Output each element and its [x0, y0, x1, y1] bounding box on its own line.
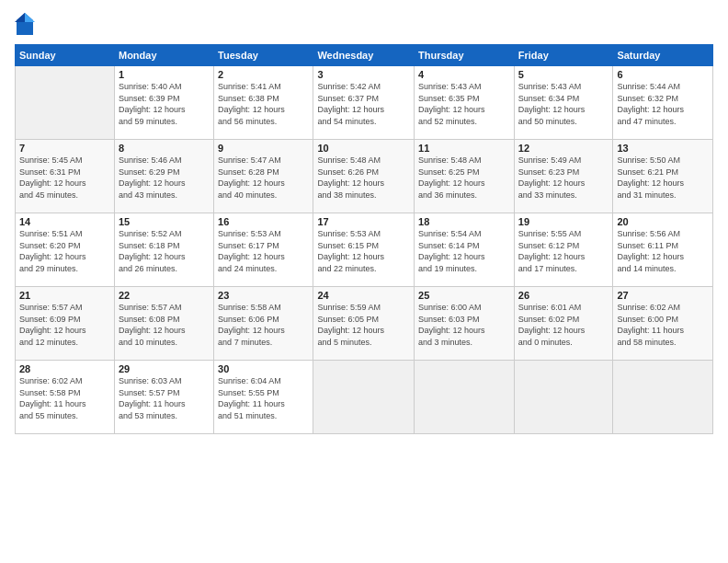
day-cell: 21Sunrise: 5:57 AM Sunset: 6:09 PM Dayli… — [16, 287, 115, 361]
day-cell: 7Sunrise: 5:45 AM Sunset: 6:31 PM Daylig… — [16, 140, 115, 213]
day-info: Sunrise: 5:52 AM Sunset: 6:18 PM Dayligh… — [119, 228, 210, 274]
day-number: 22 — [119, 290, 210, 301]
page: SundayMondayTuesdayWednesdayThursdayFrid… — [0, 0, 728, 563]
day-number: 24 — [317, 290, 410, 301]
day-cell: 17Sunrise: 5:53 AM Sunset: 6:15 PM Dayli… — [313, 213, 415, 287]
logo-icon — [15, 11, 35, 37]
day-info: Sunrise: 5:42 AM Sunset: 6:37 PM Dayligh… — [317, 81, 410, 127]
day-cell: 16Sunrise: 5:53 AM Sunset: 6:17 PM Dayli… — [214, 213, 313, 287]
logo — [15, 11, 39, 37]
day-cell: 3Sunrise: 5:42 AM Sunset: 6:37 PM Daylig… — [313, 66, 415, 140]
day-cell — [16, 66, 115, 140]
day-info: Sunrise: 5:48 AM Sunset: 6:26 PM Dayligh… — [317, 155, 410, 201]
week-row-4: 28Sunrise: 6:02 AM Sunset: 5:58 PM Dayli… — [16, 361, 713, 434]
day-info: Sunrise: 5:53 AM Sunset: 6:17 PM Dayligh… — [218, 228, 309, 274]
day-number: 26 — [518, 290, 609, 301]
day-cell — [514, 361, 613, 434]
day-cell: 15Sunrise: 5:52 AM Sunset: 6:18 PM Dayli… — [114, 213, 213, 287]
day-info: Sunrise: 5:53 AM Sunset: 6:15 PM Dayligh… — [317, 228, 410, 274]
day-cell: 11Sunrise: 5:48 AM Sunset: 6:25 PM Dayli… — [415, 140, 515, 213]
day-info: Sunrise: 5:41 AM Sunset: 6:38 PM Dayligh… — [218, 81, 309, 127]
svg-marker-2 — [15, 13, 25, 22]
day-cell: 14Sunrise: 5:51 AM Sunset: 6:20 PM Dayli… — [16, 213, 115, 287]
day-cell — [313, 361, 415, 434]
day-cell: 27Sunrise: 6:02 AM Sunset: 6:00 PM Dayli… — [613, 287, 713, 361]
day-number: 28 — [19, 363, 110, 374]
day-cell: 13Sunrise: 5:50 AM Sunset: 6:21 PM Dayli… — [613, 140, 713, 213]
day-info: Sunrise: 6:04 AM Sunset: 5:55 PM Dayligh… — [218, 375, 309, 421]
day-info: Sunrise: 6:00 AM Sunset: 6:03 PM Dayligh… — [418, 302, 510, 348]
day-cell: 4Sunrise: 5:43 AM Sunset: 6:35 PM Daylig… — [415, 66, 515, 140]
day-cell: 23Sunrise: 5:58 AM Sunset: 6:06 PM Dayli… — [214, 287, 313, 361]
day-number: 19 — [518, 216, 609, 227]
day-info: Sunrise: 5:50 AM Sunset: 6:21 PM Dayligh… — [617, 155, 709, 201]
day-info: Sunrise: 5:45 AM Sunset: 6:31 PM Dayligh… — [19, 155, 110, 201]
day-number: 5 — [518, 69, 609, 80]
day-number: 21 — [19, 290, 110, 301]
day-cell: 5Sunrise: 5:43 AM Sunset: 6:34 PM Daylig… — [514, 66, 613, 140]
day-number: 18 — [418, 216, 510, 227]
day-info: Sunrise: 6:02 AM Sunset: 5:58 PM Dayligh… — [19, 375, 110, 421]
day-number: 2 — [218, 69, 309, 80]
day-info: Sunrise: 6:01 AM Sunset: 6:02 PM Dayligh… — [518, 302, 609, 348]
day-number: 9 — [218, 143, 309, 154]
day-info: Sunrise: 5:44 AM Sunset: 6:32 PM Dayligh… — [617, 81, 709, 127]
day-info: Sunrise: 5:43 AM Sunset: 6:34 PM Dayligh… — [518, 81, 609, 127]
day-cell: 6Sunrise: 5:44 AM Sunset: 6:32 PM Daylig… — [613, 66, 713, 140]
col-header-sunday: Sunday — [16, 45, 115, 66]
day-cell: 18Sunrise: 5:54 AM Sunset: 6:14 PM Dayli… — [415, 213, 515, 287]
day-info: Sunrise: 6:03 AM Sunset: 5:57 PM Dayligh… — [119, 375, 210, 421]
day-cell: 10Sunrise: 5:48 AM Sunset: 6:26 PM Dayli… — [313, 140, 415, 213]
day-cell: 26Sunrise: 6:01 AM Sunset: 6:02 PM Dayli… — [514, 287, 613, 361]
day-cell: 12Sunrise: 5:49 AM Sunset: 6:23 PM Dayli… — [514, 140, 613, 213]
day-number: 16 — [218, 216, 309, 227]
col-header-monday: Monday — [114, 45, 213, 66]
day-cell: 19Sunrise: 5:55 AM Sunset: 6:12 PM Dayli… — [514, 213, 613, 287]
day-cell: 22Sunrise: 5:57 AM Sunset: 6:08 PM Dayli… — [114, 287, 213, 361]
col-header-friday: Friday — [514, 45, 613, 66]
day-number: 14 — [19, 216, 110, 227]
calendar-table: SundayMondayTuesdayWednesdayThursdayFrid… — [15, 44, 713, 434]
day-info: Sunrise: 5:47 AM Sunset: 6:28 PM Dayligh… — [218, 155, 309, 201]
svg-marker-1 — [25, 13, 35, 22]
day-cell: 20Sunrise: 5:56 AM Sunset: 6:11 PM Dayli… — [613, 213, 713, 287]
day-info: Sunrise: 5:59 AM Sunset: 6:05 PM Dayligh… — [317, 302, 410, 348]
week-row-1: 7Sunrise: 5:45 AM Sunset: 6:31 PM Daylig… — [16, 140, 713, 213]
day-number: 7 — [19, 143, 110, 154]
day-info: Sunrise: 5:40 AM Sunset: 6:39 PM Dayligh… — [119, 81, 210, 127]
day-cell — [415, 361, 515, 434]
day-number: 30 — [218, 363, 309, 374]
col-header-saturday: Saturday — [613, 45, 713, 66]
day-cell: 29Sunrise: 6:03 AM Sunset: 5:57 PM Dayli… — [114, 361, 213, 434]
day-number: 6 — [617, 69, 709, 80]
day-number: 29 — [119, 363, 210, 374]
day-number: 20 — [617, 216, 709, 227]
day-info: Sunrise: 5:56 AM Sunset: 6:11 PM Dayligh… — [617, 228, 709, 274]
col-header-wednesday: Wednesday — [313, 45, 415, 66]
day-number: 3 — [317, 69, 410, 80]
day-info: Sunrise: 5:57 AM Sunset: 6:09 PM Dayligh… — [19, 302, 110, 348]
day-cell — [613, 361, 713, 434]
day-info: Sunrise: 5:48 AM Sunset: 6:25 PM Dayligh… — [418, 155, 510, 201]
day-cell: 24Sunrise: 5:59 AM Sunset: 6:05 PM Dayli… — [313, 287, 415, 361]
day-info: Sunrise: 5:51 AM Sunset: 6:20 PM Dayligh… — [19, 228, 110, 274]
col-header-thursday: Thursday — [415, 45, 515, 66]
day-number: 17 — [317, 216, 410, 227]
day-number: 15 — [119, 216, 210, 227]
day-number: 11 — [418, 143, 510, 154]
day-cell: 9Sunrise: 5:47 AM Sunset: 6:28 PM Daylig… — [214, 140, 313, 213]
day-number: 1 — [119, 69, 210, 80]
day-info: Sunrise: 5:43 AM Sunset: 6:35 PM Dayligh… — [418, 81, 510, 127]
day-cell: 28Sunrise: 6:02 AM Sunset: 5:58 PM Dayli… — [16, 361, 115, 434]
day-cell: 25Sunrise: 6:00 AM Sunset: 6:03 PM Dayli… — [415, 287, 515, 361]
day-number: 23 — [218, 290, 309, 301]
day-info: Sunrise: 5:55 AM Sunset: 6:12 PM Dayligh… — [518, 228, 609, 274]
day-number: 12 — [518, 143, 609, 154]
week-row-2: 14Sunrise: 5:51 AM Sunset: 6:20 PM Dayli… — [16, 213, 713, 287]
header — [15, 11, 713, 37]
week-row-3: 21Sunrise: 5:57 AM Sunset: 6:09 PM Dayli… — [16, 287, 713, 361]
day-number: 10 — [317, 143, 410, 154]
day-cell: 1Sunrise: 5:40 AM Sunset: 6:39 PM Daylig… — [114, 66, 213, 140]
day-info: Sunrise: 5:58 AM Sunset: 6:06 PM Dayligh… — [218, 302, 309, 348]
day-number: 4 — [418, 69, 510, 80]
